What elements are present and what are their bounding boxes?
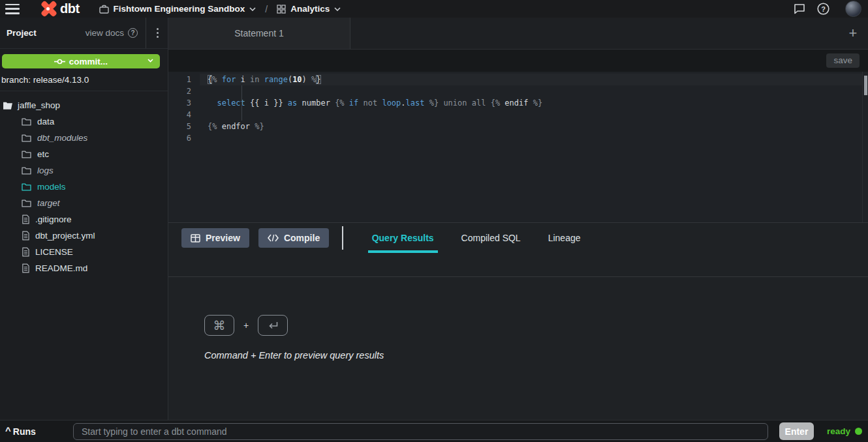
file-tree: jaffle_shopdatadbt_modulesetclogsmodelst… xyxy=(0,91,168,420)
folder-open-icon xyxy=(3,101,13,110)
user-avatar[interactable] xyxy=(845,1,861,17)
view-docs-link[interactable]: view docs ? xyxy=(85,28,138,38)
dbt-logo-text: dbt xyxy=(60,1,80,16)
tree-item-label: README.md xyxy=(35,263,87,273)
code-line-5: {% endfor %} xyxy=(200,121,862,132)
project-name: Analytics xyxy=(290,4,330,14)
preview-label: Preview xyxy=(206,233,240,243)
hamburger-menu-icon[interactable] xyxy=(5,4,20,14)
tree-item--gitignore[interactable]: .gitignore xyxy=(0,211,168,228)
branch-label: branch: release/4.13.0 xyxy=(0,68,168,91)
compile-button[interactable]: Compile xyxy=(258,228,329,248)
tree-item-dbt-modules[interactable]: dbt_modules xyxy=(0,130,168,146)
tree-item-logs[interactable]: logs xyxy=(0,162,168,179)
chevron-down-icon xyxy=(249,7,256,11)
grid-icon xyxy=(277,5,286,14)
sidebar-header: Project view docs ? xyxy=(0,18,168,49)
results-tabs: Query ResultsCompiled SQLLineage xyxy=(368,223,585,253)
tree-item-label: target xyxy=(37,198,60,208)
editor-tab-bar: Statement 1 + xyxy=(168,18,868,50)
tree-item-etc[interactable]: etc xyxy=(0,146,168,162)
file-icon xyxy=(22,247,29,257)
tree-item-license[interactable]: LICENSE xyxy=(0,244,168,260)
breadcrumb-separator: / xyxy=(265,4,268,14)
code-content[interactable]: {% for i in range(10) %} select {{ i }} … xyxy=(200,72,862,222)
indent-guide xyxy=(241,85,242,121)
line-number: 4 xyxy=(168,109,200,121)
status-indicator: ready xyxy=(814,426,862,436)
line-number: 1 xyxy=(168,74,200,85)
new-tab-button[interactable]: + xyxy=(838,18,868,49)
tab-compiled-sql[interactable]: Compiled SQL xyxy=(457,223,525,253)
enter-button[interactable]: Enter xyxy=(779,422,814,440)
tree-item-label: dbt_project.yml xyxy=(35,231,95,241)
chevron-down-icon xyxy=(334,7,341,11)
command-key-icon: ⌘ xyxy=(204,315,234,336)
folder-icon xyxy=(22,117,31,126)
svg-text:?: ? xyxy=(821,5,826,13)
file-icon xyxy=(22,214,29,224)
status-label: ready xyxy=(827,426,850,436)
project-sidebar: Project view docs ? commit... xyxy=(0,18,168,420)
chevron-up-icon: ^ xyxy=(5,428,11,434)
tree-item-readme-md[interactable]: README.md xyxy=(0,260,168,276)
sidebar-title: Project xyxy=(7,28,37,38)
docs-help-icon: ? xyxy=(128,28,138,38)
results-panel: Preview Compile Query ResultsCompiled SQ… xyxy=(168,222,868,420)
code-line-4 xyxy=(200,109,862,121)
toolbar-divider xyxy=(342,226,343,250)
preview-button[interactable]: Preview xyxy=(181,228,249,248)
tree-item-label: models xyxy=(37,182,66,192)
tab-lineage[interactable]: Lineage xyxy=(544,223,585,253)
line-number: 6 xyxy=(168,132,200,144)
results-toolbar: Preview Compile Query ResultsCompiled SQ… xyxy=(168,223,868,253)
file-icon xyxy=(22,231,29,241)
tab-statement-1[interactable]: Statement 1 xyxy=(168,18,350,49)
plus-separator: + xyxy=(243,320,249,331)
help-icon[interactable]: ? xyxy=(817,3,829,15)
dbt-command-input[interactable] xyxy=(73,423,768,440)
runs-label: Runs xyxy=(13,426,36,437)
tree-item-target[interactable]: target xyxy=(0,195,168,211)
results-empty-state: ⌘ + Command + Enter to preview query res… xyxy=(168,277,868,420)
status-dot xyxy=(855,428,862,435)
tree-item-label: etc xyxy=(37,149,49,159)
save-button[interactable]: save xyxy=(826,53,860,68)
folder-icon xyxy=(22,199,31,207)
file-icon xyxy=(22,263,29,273)
project-switcher[interactable]: Analytics xyxy=(277,4,341,14)
commit-button[interactable]: commit... xyxy=(2,54,160,68)
line-number: 3 xyxy=(168,97,200,109)
editor-pane: Statement 1 + save 123456 {% for i in ra… xyxy=(168,18,868,420)
code-editor[interactable]: 123456 {% for i in range(10) %} select {… xyxy=(168,72,868,222)
tree-item-dbt-project-yml[interactable]: dbt_project.yml xyxy=(0,228,168,244)
tree-item-label: .gitignore xyxy=(35,214,72,224)
tree-item-jaffle-shop[interactable]: jaffle_shop xyxy=(0,97,168,113)
top-bar: dbt Fishtown Engineering Sandbox / Analy… xyxy=(0,0,868,18)
code-line-2 xyxy=(200,85,862,97)
code-icon xyxy=(268,234,279,242)
chat-icon[interactable] xyxy=(794,3,805,14)
kebab-menu-icon[interactable] xyxy=(146,18,164,48)
command-bar: ^ Runs Enter ready xyxy=(0,420,868,442)
code-line-6 xyxy=(200,132,862,144)
dbt-logo-icon xyxy=(40,1,57,18)
tree-item-label: dbt_modules xyxy=(37,133,87,143)
tree-item-models[interactable]: models xyxy=(0,179,168,195)
compile-label: Compile xyxy=(284,233,320,243)
folder-icon xyxy=(22,183,31,191)
folder-icon xyxy=(22,134,31,142)
code-line-1: {% for i in range(10) %} xyxy=(200,74,862,85)
tree-item-label: jaffle_shop xyxy=(18,100,60,110)
editor-scrollbar[interactable] xyxy=(862,72,868,222)
folder-icon xyxy=(22,166,31,175)
enter-key-icon xyxy=(258,315,288,336)
tree-item-data[interactable]: data xyxy=(0,113,168,130)
commit-label: commit... xyxy=(69,57,108,66)
tree-item-label: data xyxy=(37,117,54,126)
runs-toggle[interactable]: ^ Runs xyxy=(5,426,73,437)
scrollbar-thumb[interactable] xyxy=(864,76,867,95)
account-switcher[interactable]: Fishtown Engineering Sandbox xyxy=(99,4,256,14)
tab-query-results[interactable]: Query Results xyxy=(368,223,438,253)
tree-item-label: LICENSE xyxy=(35,247,73,257)
